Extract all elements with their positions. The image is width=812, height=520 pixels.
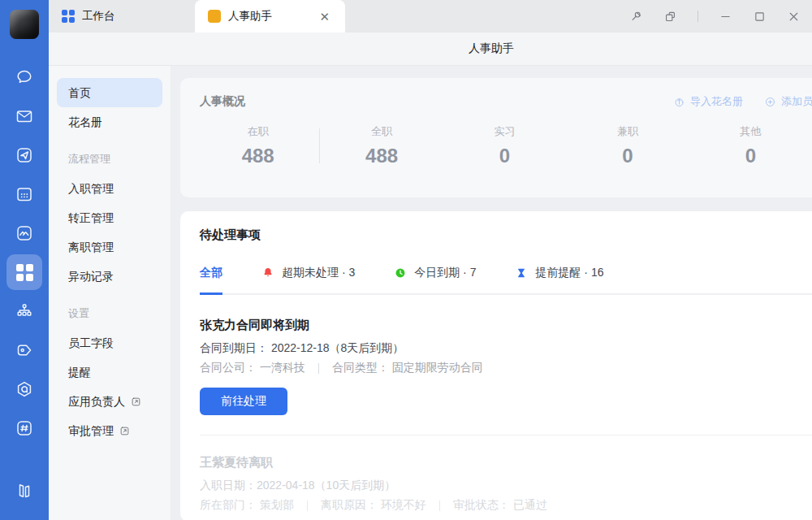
hourglass-icon (515, 266, 528, 280)
tab-label: 人事助手 (228, 9, 272, 24)
external-link-icon (131, 388, 141, 418)
plus-circle-icon (764, 96, 776, 108)
nav-item-employee-fields[interactable]: 员工字段 (57, 328, 162, 358)
pending-item-meta: 所在部门： 策划部 离职原因： 环境不好 审批状态： 已通过 (200, 498, 812, 513)
workbench-icon[interactable] (6, 254, 42, 290)
tag-icon[interactable] (5, 331, 44, 370)
nav-sidebar: 首页 花名册 流程管理 入职管理 转正管理 离职管理 异动记录 设置 员工字段 … (49, 66, 171, 520)
main-content: 人事概况 导入花名册 添加员工 在职 488 (171, 66, 812, 520)
tab-workbench[interactable]: 工作台 (49, 0, 195, 32)
pin-icon[interactable] (629, 10, 643, 24)
field-divider (439, 500, 440, 511)
topics-icon[interactable] (5, 409, 44, 448)
avatar[interactable] (10, 10, 39, 39)
stat-other: 其他 0 (689, 124, 812, 167)
page-title: 人事助手 (469, 41, 514, 56)
go-handle-button[interactable]: 前往处理 (200, 388, 287, 415)
pending-item: 张克力合同即将到期 合同到期日： 2022-12-18（8天后到期） 合同公司：… (200, 318, 812, 415)
pending-item: 王紫夏待离职 入职日期：2022-04-18（10天后到期） 所在部门： 策划部… (200, 455, 812, 513)
window-controls (629, 0, 812, 32)
bell-icon (261, 266, 274, 280)
separate-window-icon[interactable] (663, 10, 677, 24)
nav-item-app-owner[interactable]: 应用负责人 (57, 387, 162, 416)
filter-tab-overdue[interactable]: 超期未处理 · 3 (261, 266, 355, 295)
tab-label: 工作台 (82, 9, 115, 24)
pending-items-card: 待处理事项 全部 超期未处理 · 3 今日到期 · 7 提前提醒 · 16 (180, 211, 812, 520)
docs-icon[interactable] (5, 136, 44, 175)
stat-fulltime: 全职 488 (320, 124, 443, 167)
apps-box-icon[interactable] (5, 370, 44, 409)
pending-item-meta: 合同公司： 一湾科技 合同类型： 固定期限劳动合同 (200, 361, 812, 375)
pending-filter-tabs: 全部 超期未处理 · 3 今日到期 · 7 提前提醒 · 16 (200, 266, 812, 295)
stat-intern: 实习 0 (443, 124, 566, 167)
upload-circle-icon (673, 96, 685, 108)
nav-item-regularization[interactable]: 转正管理 (57, 203, 162, 232)
external-link-icon (119, 418, 130, 447)
gallery-icon[interactable] (5, 214, 44, 253)
headcount-stats: 在职 488 全职 488 实习 0 兼职 0 其他 0 (180, 124, 812, 167)
hr-app-icon (208, 10, 221, 23)
calendar-icon[interactable] (5, 175, 44, 214)
library-icon[interactable] (0, 471, 49, 510)
minimize-icon[interactable] (719, 10, 732, 24)
field-divider (307, 500, 308, 511)
hr-overview-card: 人事概况 导入花名册 添加员工 在职 488 (180, 78, 812, 197)
filter-tab-early-reminder[interactable]: 提前提醒 · 16 (515, 266, 603, 295)
nav-item-offboarding[interactable]: 离职管理 (57, 232, 162, 262)
page-header: 人事助手 (49, 32, 812, 66)
item-divider (200, 435, 812, 436)
mail-icon[interactable] (5, 97, 44, 136)
nav-section-settings: 设置 (49, 299, 171, 328)
pending-card-title: 待处理事项 (200, 228, 812, 243)
pending-item-title: 张克力合同即将到期 (200, 318, 812, 333)
import-roster-link[interactable]: 导入花名册 (673, 94, 743, 109)
pending-item-due-date: 合同到期日： 2022-12-18（8天后到期） (200, 341, 812, 356)
filter-tab-due-today[interactable]: 今日到期 · 7 (394, 266, 476, 295)
app-rail (0, 0, 49, 520)
overview-title: 人事概况 (200, 94, 245, 109)
tab-hr-assistant[interactable]: 人事助手 ✕ (195, 0, 345, 32)
tab-bar: 工作台 人事助手 ✕ (49, 0, 812, 32)
nav-item-onboarding[interactable]: 入职管理 (57, 174, 162, 203)
stat-parttime: 兼职 0 (566, 124, 689, 167)
stat-active: 在职 488 (197, 124, 319, 167)
contacts-icon[interactable] (5, 292, 44, 331)
field-divider (318, 363, 319, 374)
workbench-tab-icon (62, 10, 75, 23)
nav-item-approval[interactable]: 审批管理 (57, 416, 162, 445)
maximize-icon[interactable] (753, 10, 767, 24)
chat-icon[interactable] (5, 58, 44, 97)
nav-item-roster[interactable]: 花名册 (57, 107, 162, 136)
nav-item-reminders[interactable]: 提醒 (57, 358, 162, 387)
nav-section-process: 流程管理 (49, 145, 171, 174)
close-icon[interactable] (787, 10, 801, 24)
nav-item-home[interactable]: 首页 (57, 78, 162, 107)
add-employee-link[interactable]: 添加员工 (764, 94, 812, 109)
clock-icon (394, 266, 407, 280)
pending-item-title: 王紫夏待离职 (200, 455, 812, 470)
pending-item-due-date: 入职日期：2022-04-18（10天后到期） (200, 479, 812, 493)
filter-tab-all[interactable]: 全部 (200, 266, 222, 295)
nav-item-transfer-records[interactable]: 异动记录 (57, 262, 162, 291)
close-tab-icon[interactable]: ✕ (317, 8, 332, 25)
app-window: 工作台 人事助手 ✕ 人事助手 首页 花名册 流程管理 入职管理 转正管理 离职… (0, 0, 812, 520)
controls-divider (698, 11, 698, 22)
